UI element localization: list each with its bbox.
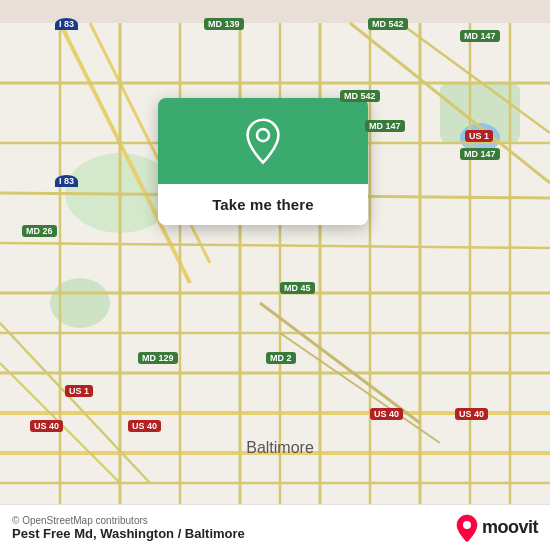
moovit-logo: moovit	[456, 514, 538, 542]
copyright-text: © OpenStreetMap contributors	[12, 515, 245, 526]
shield-md26: MD 26	[22, 225, 57, 237]
footer-info: © OpenStreetMap contributors Pest Free M…	[12, 515, 245, 541]
take-me-there-button[interactable]: Take me there	[158, 184, 368, 225]
shield-us40-mid-right: US 40	[370, 408, 403, 420]
shield-us1-left: US 1	[65, 385, 93, 397]
shield-md147-top: MD 147	[460, 30, 500, 42]
moovit-text: moovit	[482, 517, 538, 538]
svg-text:Baltimore: Baltimore	[246, 439, 314, 456]
shield-md2: MD 2	[266, 352, 296, 364]
shield-i83-top: I 83	[55, 18, 78, 30]
moovit-pin-icon	[456, 514, 478, 542]
shield-md139: MD 139	[204, 18, 244, 30]
shield-us40-mid-left: US 40	[128, 420, 161, 432]
map-container: Baltimore I 83 I 83 MD 139 MD 542 MD 542…	[0, 0, 550, 550]
shield-md45: MD 45	[280, 282, 315, 294]
shield-us40-far-left: US 40	[30, 420, 63, 432]
shield-md542-mid: MD 542	[340, 90, 380, 102]
footer-title: Pest Free Md, Washington / Baltimore	[12, 526, 245, 541]
popup-header	[158, 98, 368, 184]
shield-us40-far-right: US 40	[455, 408, 488, 420]
shield-md147-mid: MD 147	[365, 120, 405, 132]
footer-bar: © OpenStreetMap contributors Pest Free M…	[0, 504, 550, 550]
popup-card: Take me there	[158, 98, 368, 225]
location-pin-icon	[239, 118, 287, 166]
shield-md542-top: MD 542	[368, 18, 408, 30]
svg-point-34	[257, 129, 269, 141]
svg-point-35	[463, 521, 471, 529]
shield-i83-mid: I 83	[55, 175, 78, 187]
shield-md129: MD 129	[138, 352, 178, 364]
shield-md147-right: MD 147	[460, 148, 500, 160]
map-svg: Baltimore	[0, 0, 550, 550]
shield-us1: US 1	[465, 130, 493, 142]
